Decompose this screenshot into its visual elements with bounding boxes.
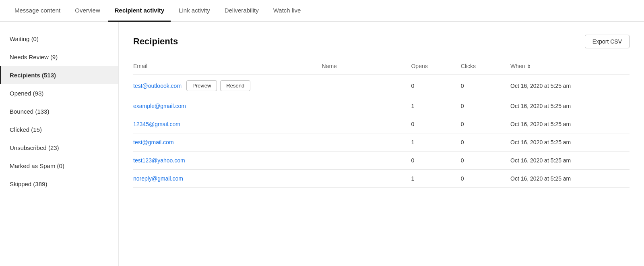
content-header: Recipients Export CSV [133,35,630,48]
name-cell [322,97,411,115]
sidebar-item-recipients[interactable]: Recipients (513) [0,66,118,84]
tab-watch-live[interactable]: Watch live [267,0,308,22]
when-cell: Oct 16, 2020 at 5:25 am [510,75,630,97]
main-layout: Waiting (0)Needs Review (9)Recipients (5… [0,22,644,266]
resend-button[interactable]: Resend [220,80,250,91]
email-link[interactable]: test@gmail.com [133,139,174,145]
when-cell: Oct 16, 2020 at 5:25 am [510,97,630,115]
name-cell [322,152,411,170]
tab-overview[interactable]: Overview [68,0,107,22]
clicks-cell: 0 [461,133,510,152]
export-csv-button[interactable]: Export CSV [585,35,630,48]
tab-deliverability[interactable]: Deliverability [218,0,265,22]
tab-message-content[interactable]: Message content [8,0,67,22]
opens-cell: 0 [411,115,460,133]
opens-cell: 1 [411,170,460,188]
col-header-name: Name [322,60,411,75]
clicks-cell: 0 [461,170,510,188]
clicks-cell: 0 [461,97,510,115]
opens-cell: 1 [411,133,460,152]
sort-icon-when: ⇕ [527,64,531,69]
sidebar-item-needs-review[interactable]: Needs Review (9) [0,48,118,66]
sidebar-item-unsubscribed[interactable]: Unsubscribed (23) [0,139,118,157]
col-header-when[interactable]: When⇕ [510,60,630,75]
row-action-buttons: PreviewResend [186,80,250,91]
content-area: Recipients Export CSV EmailNameOpensClic… [119,22,644,266]
sidebar-item-opened[interactable]: Opened (93) [0,84,118,102]
table-body: test@outloook.comPreviewResend00Oct 16, … [133,75,630,188]
email-link[interactable]: 12345@gmail.com [133,121,180,127]
tab-recipient-activity[interactable]: Recipient activity [108,0,171,22]
email-link[interactable]: test@outloook.com [133,83,182,89]
col-header-clicks: Clicks [461,60,510,75]
table-row: test@outloook.comPreviewResend00Oct 16, … [133,75,630,97]
when-cell: Oct 16, 2020 at 5:25 am [510,133,630,152]
opens-cell: 0 [411,75,460,97]
clicks-cell: 0 [461,115,510,133]
sidebar-item-waiting[interactable]: Waiting (0) [0,30,118,48]
email-link[interactable]: example@gmail.com [133,103,186,109]
table-row: test@gmail.com10Oct 16, 2020 at 5:25 am [133,133,630,152]
email-link[interactable]: test123@yahoo.com [133,157,185,164]
name-cell [322,115,411,133]
clicks-cell: 0 [461,75,510,97]
name-cell [322,170,411,188]
when-cell: Oct 16, 2020 at 5:25 am [510,115,630,133]
col-header-opens: Opens [411,60,460,75]
tab-link-activity[interactable]: Link activity [172,0,217,22]
table-header-row: EmailNameOpensClicksWhen⇕ [133,60,630,75]
opens-cell: 1 [411,97,460,115]
table-row: test123@yahoo.com00Oct 16, 2020 at 5:25 … [133,152,630,170]
table-row: noreply@gmail.com10Oct 16, 2020 at 5:25 … [133,170,630,188]
email-link[interactable]: noreply@gmail.com [133,175,183,182]
opens-cell: 0 [411,152,460,170]
name-cell [322,133,411,152]
sidebar-item-marked-as-spam[interactable]: Marked as Spam (0) [0,157,118,175]
when-cell: Oct 16, 2020 at 5:25 am [510,152,630,170]
when-cell: Oct 16, 2020 at 5:25 am [510,170,630,188]
table-row: 12345@gmail.com00Oct 16, 2020 at 5:25 am [133,115,630,133]
recipients-table: EmailNameOpensClicksWhen⇕ test@outloook.… [133,60,630,188]
name-cell [322,75,411,97]
page-title: Recipients [133,36,178,47]
sidebar-item-clicked[interactable]: Clicked (15) [0,121,118,139]
preview-button[interactable]: Preview [186,80,217,91]
top-nav: Message contentOverviewRecipient activit… [0,0,644,22]
sidebar: Waiting (0)Needs Review (9)Recipients (5… [0,22,119,266]
table-header: EmailNameOpensClicksWhen⇕ [133,60,630,75]
clicks-cell: 0 [461,152,510,170]
sidebar-item-skipped[interactable]: Skipped (389) [0,175,118,193]
sidebar-item-bounced[interactable]: Bounced (133) [0,102,118,121]
table-row: example@gmail.com10Oct 16, 2020 at 5:25 … [133,97,630,115]
col-header-email: Email [133,60,322,75]
